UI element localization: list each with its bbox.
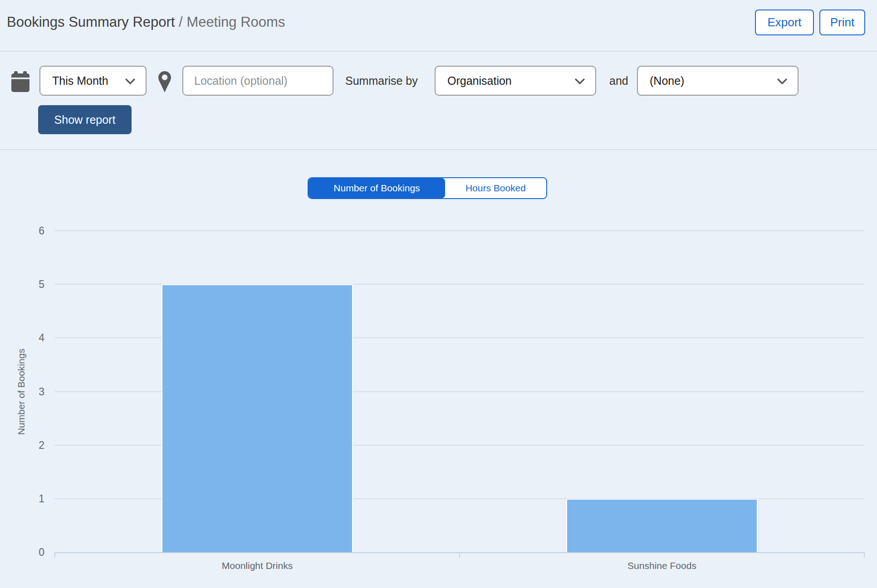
bar-sunshine-foods — [566, 499, 758, 552]
bar-moonlight-drinks — [162, 284, 353, 552]
bookings-bar-chart: Number of Bookings 0123456Moonlight Drin… — [0, 0, 877, 588]
x-category-label-1: Sunshine Foods — [571, 560, 753, 571]
x-axis-tick-2 — [864, 552, 865, 558]
x-axis-tick-1 — [459, 552, 460, 558]
y-tick-label-6: 6 — [18, 224, 44, 238]
y-tick-label-4: 4 — [18, 331, 44, 345]
y-tick-label-5: 5 — [18, 277, 44, 291]
y-tick-label-1: 1 — [18, 492, 44, 505]
y-tick-label-3: 3 — [18, 385, 44, 398]
y-tick-label-0: 0 — [18, 545, 44, 559]
bookings-summary-report-page: Bookings Summary Report / Meeting Rooms … — [0, 0, 877, 588]
gridline-6 — [55, 230, 864, 231]
y-tick-label-2: 2 — [18, 438, 44, 452]
x-axis-tick-0 — [54, 552, 55, 558]
x-category-label-0: Moonlight Drinks — [167, 560, 348, 571]
